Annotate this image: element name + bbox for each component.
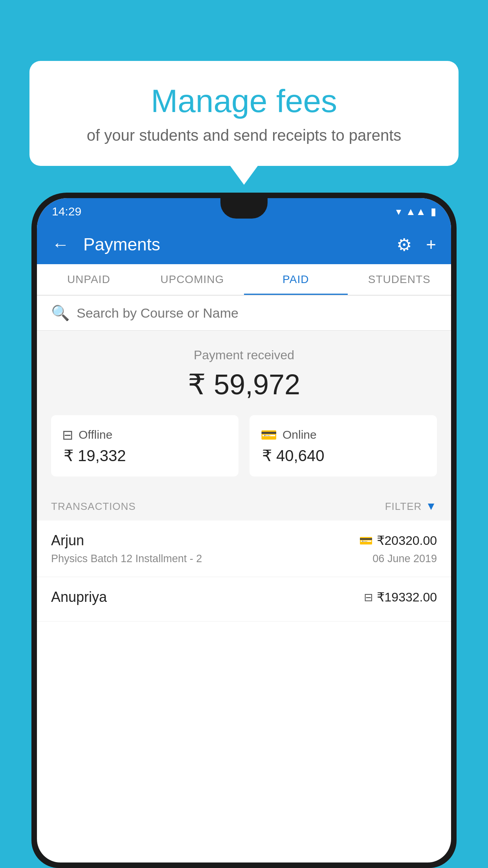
payment-summary: Payment received ₹ 59,972 [37,331,451,415]
search-icon: 🔍 [51,304,70,322]
tab-students[interactable]: STUDENTS [348,264,451,295]
online-amount: ₹ 40,640 [261,447,426,465]
offline-label: Offline [79,428,112,441]
offline-amount: ₹ 19,332 [62,447,227,465]
bubble-subtitle: of your students and send receipts to pa… [53,127,435,144]
tab-upcoming[interactable]: UPCOMING [141,264,244,295]
status-icons: ▾ ▲▲ ▮ [396,206,436,218]
transactions-header: TRANSACTIONS FILTER ▼ [37,491,451,520]
tab-unpaid[interactable]: UNPAID [37,264,141,295]
notch [220,198,268,219]
phone-screen: 14:29 ▾ ▲▲ ▮ ← Payments ⚙ + UNPAID [37,198,451,862]
tabs: UNPAID UPCOMING PAID STUDENTS [37,264,451,296]
transaction-item[interactable]: Anupriya ⊟ ₹19332.00 [37,577,451,622]
signal-icon: ▲▲ [406,206,426,218]
filter-label: FILTER [385,500,422,513]
transaction-name: Anupriya [51,589,107,605]
search-input[interactable] [77,305,437,321]
transaction-amount: ₹20320.00 [377,533,437,548]
online-label: Online [283,428,317,441]
battery-icon: ▮ [431,206,436,218]
wifi-icon: ▾ [396,206,401,218]
status-time: 14:29 [52,205,81,218]
tab-paid[interactable]: PAID [244,264,348,295]
settings-button[interactable]: ⚙ [396,235,412,255]
transaction-item[interactable]: Arjun 💳 ₹20320.00 Physics Batch 12 Insta… [37,520,451,577]
add-button[interactable]: + [426,235,436,254]
phone-frame: 14:29 ▾ ▲▲ ▮ ← Payments ⚙ + UNPAID [31,193,457,868]
back-button[interactable]: ← [52,235,69,254]
payment-amount: ₹ 59,972 [51,368,437,401]
speech-bubble: Manage fees of your students and send re… [29,61,459,166]
transaction-date: 06 June 2019 [372,553,437,565]
transaction-amount: ₹19332.00 [377,590,437,605]
transaction-name: Arjun [51,532,84,549]
online-card: 💳 Online ₹ 40,640 [250,415,437,476]
offline-card: ⊟ Offline ₹ 19,332 [51,415,238,476]
app-title: Payments [83,235,382,254]
search-bar: 🔍 [37,296,451,331]
status-bar: 14:29 ▾ ▲▲ ▮ [37,198,451,225]
filter-icon: ▼ [426,500,437,513]
filter-button[interactable]: FILTER ▼ [385,500,437,513]
payment-cards: ⊟ Offline ₹ 19,332 💳 Online ₹ 40,640 [37,415,451,491]
transaction-course: Physics Batch 12 Installment - 2 [51,553,202,565]
online-payment-icon: 💳 [359,534,373,547]
app-bar: ← Payments ⚙ + [37,225,451,264]
offline-payment-icon: ⊟ [364,591,373,604]
offline-icon: ⊟ [62,427,73,443]
transactions-label: TRANSACTIONS [51,500,136,513]
bubble-title: Manage fees [53,83,435,120]
payment-label: Payment received [51,348,437,362]
credit-card-icon: 💳 [261,427,277,443]
